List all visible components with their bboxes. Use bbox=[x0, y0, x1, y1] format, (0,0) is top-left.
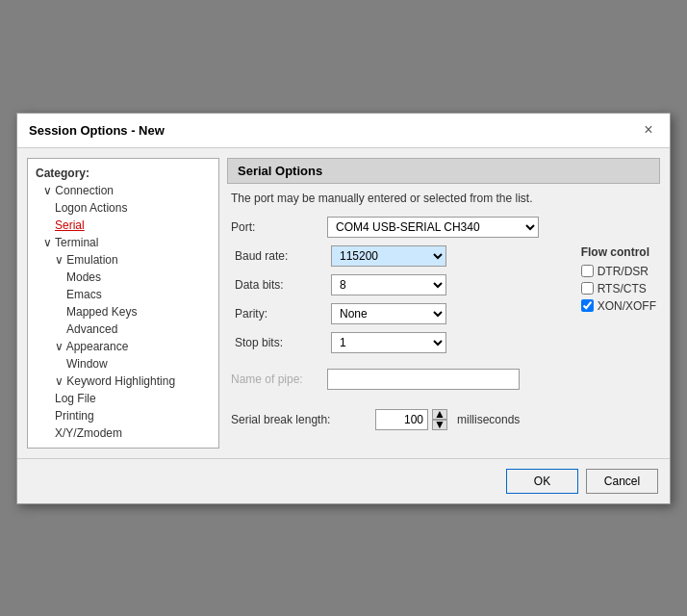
baud-select[interactable]: 115200 9600 19200 38400 57600 bbox=[331, 245, 446, 267]
serial-break-input[interactable] bbox=[375, 409, 428, 430]
xon-label: XON/XOFF bbox=[598, 299, 656, 313]
dtr-checkbox-row: DTR/DSR bbox=[581, 265, 656, 278]
flow-control-label: Flow control bbox=[581, 245, 656, 259]
flow-control-group: Flow control DTR/DSR RTS/CTS XON/XOFF bbox=[581, 245, 656, 313]
baud-row: Baud rate: 115200 9600 19200 38400 57600 bbox=[231, 245, 562, 267]
port-select[interactable]: COM4 USB-SERIAL CH340 bbox=[327, 217, 539, 238]
sidebar-item-log-file[interactable]: Log File bbox=[28, 390, 218, 407]
pipe-row: Name of pipe: bbox=[227, 369, 660, 390]
stop-bits-label: Stop bits: bbox=[235, 336, 331, 349]
sidebar-item-logon-actions[interactable]: Logon Actions bbox=[28, 199, 218, 217]
content-panel: Serial Options The port may be manually … bbox=[227, 158, 660, 449]
data-bits-select[interactable]: 8 7 6 5 bbox=[331, 274, 446, 295]
category-label: Category: bbox=[28, 165, 218, 182]
title-bar: Session Options - New × bbox=[17, 114, 670, 148]
left-fields: Baud rate: 115200 9600 19200 38400 57600… bbox=[231, 245, 562, 361]
spinner-down-button[interactable] bbox=[432, 420, 447, 430]
parity-select[interactable]: None Odd Even Mark Space bbox=[331, 303, 446, 324]
sidebar-item-xyzmodem[interactable]: X/Y/Zmodem bbox=[28, 424, 218, 442]
arrow-down-icon bbox=[434, 418, 445, 431]
pipe-input[interactable] bbox=[327, 369, 520, 390]
port-control: COM4 USB-SERIAL CH340 bbox=[327, 217, 656, 238]
stop-bits-select[interactable]: 1 1.5 2 bbox=[331, 332, 446, 353]
ok-button[interactable]: OK bbox=[506, 469, 578, 494]
xon-checkbox[interactable] bbox=[581, 299, 594, 312]
xon-checkbox-row: XON/XOFF bbox=[581, 299, 656, 313]
sidebar-item-terminal[interactable]: ∨ Terminal bbox=[28, 234, 218, 251]
port-label: Port: bbox=[231, 220, 327, 234]
category-panel: Category: ∨ Connection Logon Actions Ser… bbox=[27, 158, 219, 449]
port-row: Port: COM4 USB-SERIAL CH340 bbox=[227, 217, 660, 238]
sidebar-item-connection[interactable]: ∨ Connection bbox=[28, 182, 218, 199]
data-bits-row: Data bits: 8 7 6 5 bbox=[231, 274, 562, 295]
serial-break-row: Serial break length: milliseconds bbox=[227, 409, 660, 430]
baud-label: Baud rate: bbox=[235, 249, 331, 263]
dtr-label: DTR/DSR bbox=[598, 265, 649, 278]
sidebar-item-printing[interactable]: Printing bbox=[28, 407, 218, 424]
pipe-label: Name of pipe: bbox=[231, 372, 327, 386]
sidebar-item-window[interactable]: Window bbox=[28, 355, 218, 372]
section-title: Serial Options bbox=[227, 158, 660, 184]
parity-label: Parity: bbox=[235, 307, 331, 321]
baud-flow-row: Baud rate: 115200 9600 19200 38400 57600… bbox=[227, 245, 660, 361]
sidebar-item-advanced[interactable]: Advanced bbox=[28, 321, 218, 338]
session-options-dialog: Session Options - New × Category: ∨ Conn… bbox=[16, 113, 671, 504]
description-text: The port may be manually entered or sele… bbox=[227, 192, 660, 205]
stop-bits-row: Stop bits: 1 1.5 2 bbox=[231, 332, 562, 353]
spinner-container: milliseconds bbox=[375, 409, 520, 430]
dialog-title: Session Options - New bbox=[29, 123, 165, 138]
dialog-footer: OK Cancel bbox=[17, 458, 670, 503]
dtr-checkbox[interactable] bbox=[581, 265, 594, 277]
close-button[interactable]: × bbox=[639, 120, 658, 140]
sidebar-item-keyword-highlighting[interactable]: ∨ Keyword Highlighting bbox=[28, 372, 218, 390]
sidebar-item-emacs[interactable]: Emacs bbox=[28, 286, 218, 303]
rts-checkbox[interactable] bbox=[581, 282, 594, 295]
rts-label: RTS/CTS bbox=[598, 282, 647, 295]
dialog-body: Category: ∨ Connection Logon Actions Ser… bbox=[17, 148, 670, 458]
sidebar-item-appearance[interactable]: ∨ Appearance bbox=[28, 338, 218, 355]
rts-checkbox-row: RTS/CTS bbox=[581, 282, 656, 295]
sidebar-item-serial[interactable]: Serial bbox=[28, 217, 218, 234]
parity-row: Parity: None Odd Even Mark Space bbox=[231, 303, 562, 324]
cancel-button[interactable]: Cancel bbox=[586, 469, 658, 494]
sidebar-item-modes[interactable]: Modes bbox=[28, 269, 218, 286]
serial-break-label: Serial break length: bbox=[231, 413, 375, 426]
sidebar-item-mapped-keys[interactable]: Mapped Keys bbox=[28, 303, 218, 321]
sidebar-item-emulation[interactable]: ∨ Emulation bbox=[28, 251, 218, 269]
data-bits-label: Data bits: bbox=[235, 278, 331, 292]
spinner-buttons bbox=[432, 409, 447, 430]
milliseconds-label: milliseconds bbox=[457, 413, 520, 426]
